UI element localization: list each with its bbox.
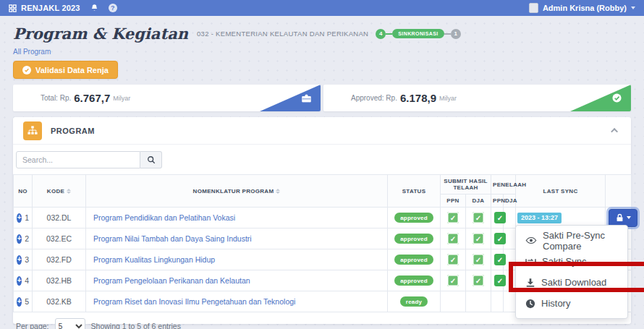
checkbox-checked-icon[interactable]: [473, 233, 484, 244]
page-title: Program & Kegiatan: [13, 25, 188, 43]
col-header-actions: [606, 175, 632, 208]
help-icon[interactable]: [109, 4, 117, 12]
flow-connector: [444, 33, 451, 35]
totals-row: Total: Rp. 6.767,7 Milyar Approved: Rp. …: [13, 85, 631, 111]
check-circle-icon: [22, 66, 31, 74]
program-panel-header: PROGRAM: [13, 117, 631, 145]
subcol-submit-dja: DJA: [466, 195, 491, 208]
checkbox-checked-icon[interactable]: [494, 233, 506, 244]
menu-item-sakti-sync[interactable]: Sakti Sync: [516, 251, 627, 272]
app-brand[interactable]: RENJAKL 2023: [9, 4, 80, 12]
briefcase-icon: [302, 94, 311, 103]
row-kode: 032.EC: [33, 228, 86, 249]
organization-label: 032 - KEMENTERIAN KELAUTAN DAN PERIKANAN: [197, 30, 368, 38]
row-number: 1: [25, 213, 29, 222]
search-row: [13, 145, 631, 174]
user-avatar: [529, 3, 538, 13]
checkbox-checked-icon[interactable]: [494, 275, 506, 286]
expand-row-icon[interactable]: [17, 213, 22, 223]
menu-item-label: Sakti Sync: [542, 256, 586, 267]
user-name: Admin Krisna (Robby): [543, 4, 627, 12]
notifications-bell-icon[interactable]: [90, 4, 98, 12]
program-link[interactable]: Program Pengelolaan Perikanan dan Kelaut…: [93, 276, 250, 285]
program-link[interactable]: Program Riset dan Inovasi Ilmu Pengetahu…: [93, 297, 295, 306]
row-number: 2: [25, 234, 29, 243]
sakti-actions-dropdown-menu: Sakti Pre-Sync Compare Sakti Sync Sakti …: [515, 225, 628, 319]
col-header-submit-hasil-telaah: SUBMIT HASIL TELAAH: [441, 175, 491, 195]
row-kode: 032.DL: [33, 208, 86, 228]
status-badge: approved: [394, 234, 433, 244]
approved-label: Approved: Rp.: [351, 94, 397, 102]
sync-count-left-badge: 4: [376, 29, 386, 39]
per-page-select[interactable]: 5: [55, 318, 85, 329]
showing-entries-label: Showing 1 to 5 of 6 entries: [91, 322, 181, 329]
lock-icon: [616, 213, 624, 222]
menu-item-label: History: [541, 298, 570, 309]
breadcrumb-all-program[interactable]: All Program: [13, 48, 51, 56]
status-badge: approved: [394, 275, 433, 286]
menu-item-sakti-pre-sync-compare[interactable]: Sakti Pre-Sync Compare: [516, 230, 627, 251]
sync-count-right-badge: 1: [451, 29, 461, 39]
checkbox-checked-icon[interactable]: [473, 212, 484, 223]
lock-actions-dropdown-button[interactable]: [609, 209, 637, 227]
col-header-no: NO: [14, 175, 33, 208]
search-input[interactable]: [16, 151, 140, 168]
menu-item-label: Sakti Pre-Sync Compare: [543, 230, 618, 252]
checkbox-checked-icon[interactable]: [447, 254, 459, 265]
row-kode: 032.KB: [33, 291, 86, 312]
subcol-submit-ppn: PPN: [441, 195, 466, 208]
expand-row-icon[interactable]: [17, 255, 22, 265]
app-brand-label: RENJAKL 2023: [21, 4, 80, 12]
checkbox-checked-icon[interactable]: [447, 233, 459, 244]
col-header-last-sync: LAST SYNC: [516, 175, 606, 208]
checkbox-checked-icon[interactable]: [473, 254, 484, 265]
row-number: 3: [25, 255, 29, 264]
menu-item-label: Sakti Download: [541, 277, 606, 288]
subcol-penelaah-dja: DJA: [504, 195, 516, 208]
row-number: 4: [25, 276, 29, 285]
status-badge: approved: [394, 213, 433, 223]
total-corner-ribbon: [260, 85, 321, 111]
col-header-kode[interactable]: KODE: [33, 175, 86, 208]
col-header-status: STATUS: [388, 175, 441, 208]
chevron-up-icon: [611, 128, 618, 135]
row-kode: 032.FD: [33, 249, 86, 270]
chevron-down-icon: [631, 7, 635, 9]
row-number: 5: [25, 297, 29, 306]
sync-status-flow: 4 SINKRONISASI 1: [376, 29, 460, 39]
top-navbar: RENJAKL 2023 Admin Krisna (Robby): [0, 0, 644, 16]
checkbox-checked-icon[interactable]: [447, 275, 459, 286]
sort-icon: [276, 189, 280, 194]
pre-sync-compare-icon: [525, 236, 537, 245]
panel-collapse-button[interactable]: [609, 125, 621, 137]
approved-unit: Milyar: [439, 95, 457, 102]
menu-item-sakti-download[interactable]: Sakti Download: [516, 272, 627, 293]
total-value: 6.767,7: [74, 92, 110, 104]
menu-item-history[interactable]: History: [516, 293, 627, 314]
page: RENJAKL 2023 Admin Krisna (Robby) Progra…: [0, 0, 644, 329]
col-header-nomenklatur[interactable]: NOMENKLATUR PROGRAM: [86, 175, 388, 208]
expand-row-icon[interactable]: [17, 276, 22, 286]
user-menu[interactable]: Admin Krisna (Robby): [529, 3, 635, 13]
expand-row-icon[interactable]: [17, 297, 22, 307]
checkbox-checked-icon[interactable]: [473, 275, 484, 286]
program-link[interactable]: Program Nilai Tambah dan Daya Saing Indu…: [93, 234, 252, 243]
search-button[interactable]: [140, 151, 162, 168]
checkbox-checked-icon[interactable]: [494, 254, 506, 265]
row-kode: 032.HB: [33, 270, 86, 291]
checkbox-checked-icon[interactable]: [447, 212, 459, 223]
program-link[interactable]: Program Pendidikan dan Pelatihan Vokasi: [93, 213, 235, 222]
sort-icon: [67, 189, 71, 194]
expand-row-icon[interactable]: [17, 234, 22, 244]
program-link[interactable]: Program Kualitas Lingkungan Hidup: [93, 255, 215, 264]
page-header: Program & Kegiatan 032 - KEMENTERIAN KEL…: [13, 25, 461, 43]
search-icon: [147, 155, 156, 164]
checkbox-checked-icon[interactable]: [494, 212, 506, 223]
status-badge: ready: [400, 296, 428, 307]
validasi-data-renja-button[interactable]: Validasi Data Renja: [13, 61, 118, 79]
approved-value: 6.178,9: [400, 92, 436, 104]
last-sync-badge: 2023 - 13:27: [517, 213, 562, 223]
grid-menu-icon: [9, 4, 17, 12]
flow-connector: [386, 33, 392, 35]
total-label: Total: Rp.: [41, 94, 71, 102]
